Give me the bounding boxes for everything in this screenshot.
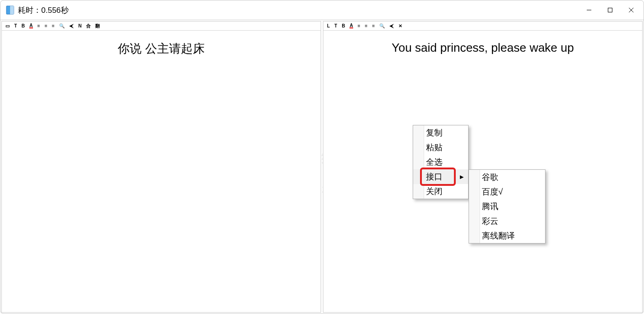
tb-align-left-icon[interactable]: ≡ — [358, 23, 360, 28]
tb-l-icon[interactable]: L — [327, 23, 330, 28]
tb-text-icon[interactable]: T — [334, 23, 337, 28]
menu-item-api[interactable]: 接口 ▶ — [413, 169, 468, 184]
app-window: 耗时：0.556秒 i3综合社区 www.i3zh.com ▭ T B A — [0, 0, 644, 314]
tb-send-icon[interactable] — [389, 24, 394, 28]
submenu-item-caiyun[interactable]: 彩云 — [469, 214, 545, 228]
tb-text-icon[interactable]: T — [14, 23, 17, 28]
menu-item-paste[interactable]: 粘贴 — [413, 140, 468, 155]
svg-rect-3 — [608, 8, 612, 12]
right-pane: L T B A ≡ ≡ ≡ 🔍 ✕ You said princess, ple… — [323, 21, 643, 313]
context-submenu: 谷歌 百度√ 腾讯 彩云 离线翻译 — [469, 169, 546, 244]
window-title: 耗时：0.556秒 — [18, 5, 69, 16]
tb-merge-icon[interactable]: 合 — [86, 23, 91, 29]
content-area: i3综合社区 www.i3zh.com ▭ T B A ≡ ≡ ≡ 🔍 N 合 … — [0, 20, 644, 314]
right-text: You said princess, please wake up — [323, 31, 642, 55]
tb-bold-icon[interactable]: B — [22, 23, 25, 28]
submenu-arrow-icon: ▶ — [460, 174, 464, 180]
tb-search-icon[interactable]: 🔍 — [59, 23, 65, 28]
tb-clear-icon[interactable]: ✕ — [398, 23, 402, 28]
svg-rect-1 — [10, 6, 14, 14]
tb-n-icon[interactable]: N — [78, 23, 82, 28]
left-text: 你说 公主请起床 — [2, 31, 321, 57]
maximize-button[interactable] — [600, 3, 621, 17]
tb-align-center-icon[interactable]: ≡ — [365, 23, 368, 28]
left-pane: ▭ T B A ≡ ≡ ≡ 🔍 N 合 翻 你说 公主请起床 — [1, 21, 321, 313]
tb-align-center-icon[interactable]: ≡ — [44, 23, 47, 28]
tb-send-icon[interactable] — [69, 24, 74, 28]
left-editor[interactable]: 你说 公主请起床 — [2, 31, 321, 312]
submenu-item-baidu[interactable]: 百度√ — [469, 184, 545, 199]
tb-box-icon[interactable]: ▭ — [5, 23, 10, 28]
submenu-item-google[interactable]: 谷歌 — [469, 170, 545, 184]
left-toolbar: ▭ T B A ≡ ≡ ≡ 🔍 N 合 翻 — [2, 22, 321, 31]
context-menu: 复制 粘贴 全选 接口 ▶ 关闭 — [413, 125, 469, 199]
tb-fontcolor-icon[interactable]: A — [349, 24, 353, 28]
app-icon — [6, 5, 14, 15]
menu-item-close[interactable]: 关闭 — [413, 184, 468, 199]
tb-search-icon[interactable]: 🔍 — [379, 23, 385, 28]
close-button[interactable] — [621, 3, 642, 17]
tb-align-left-icon[interactable]: ≡ — [38, 23, 40, 28]
tb-bold-icon[interactable]: B — [342, 23, 345, 28]
tb-align-right-icon[interactable]: ≡ — [52, 23, 55, 28]
submenu-item-offline[interactable]: 离线翻译 — [469, 228, 545, 243]
menu-item-selectall[interactable]: 全选 — [413, 155, 468, 169]
submenu-item-tencent[interactable]: 腾讯 — [469, 199, 545, 214]
titlebar: 耗时：0.556秒 — [0, 0, 644, 20]
minimize-button[interactable] — [579, 3, 600, 17]
menu-item-copy[interactable]: 复制 — [413, 125, 468, 140]
right-toolbar: L T B A ≡ ≡ ≡ 🔍 ✕ — [323, 22, 642, 31]
tb-fontcolor-icon[interactable]: A — [29, 24, 33, 28]
tb-align-right-icon[interactable]: ≡ — [372, 23, 375, 28]
tb-translate-icon[interactable]: 翻 — [95, 23, 100, 29]
